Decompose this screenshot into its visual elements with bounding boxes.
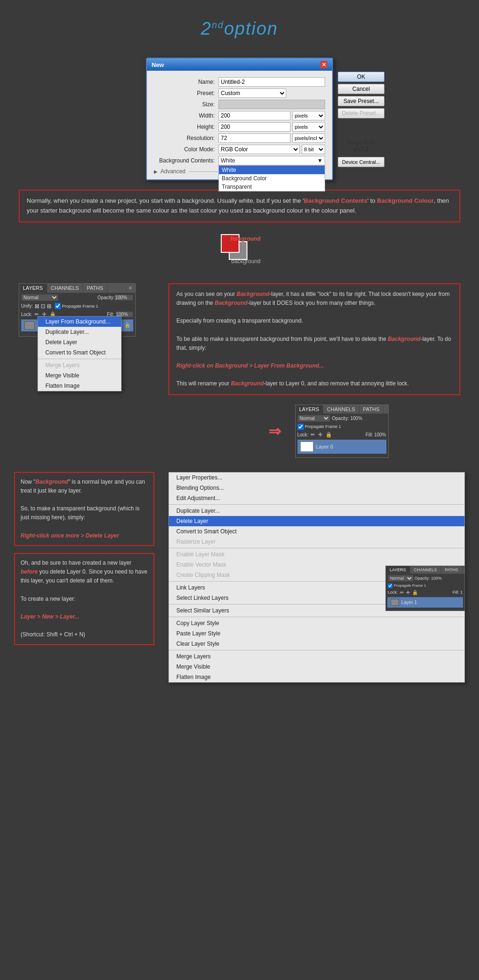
info2-line1: Oh, and be sure to have created a new la… — [21, 559, 148, 586]
layers-main-section: LAYERS CHANNELS PATHS ✕ Normal Opacity: … — [19, 283, 460, 395]
ctx2-blending-options[interactable]: Blending Options... — [169, 483, 464, 493]
lock-icon-c[interactable]: 🔒 — [326, 432, 332, 438]
ctx-delete-layer[interactable]: Delete Layer — [38, 337, 121, 347]
ctx2-duplicate-layer[interactable]: Duplicate Layer... — [169, 506, 464, 516]
color-mode-select[interactable]: RGB Color — [218, 145, 300, 154]
ctx2-paste-layer-style[interactable]: Paste Layer Style — [169, 628, 464, 639]
dialog-title: New — [152, 61, 164, 68]
resolution-unit-select[interactable]: pixels/inch — [292, 133, 325, 143]
ctx-merge-visible[interactable]: Merge Visible — [38, 370, 121, 381]
bg-option-white[interactable]: White — [219, 166, 325, 174]
ctx2-copy-layer-style[interactable]: Copy Layer Style — [169, 618, 464, 628]
blend-select2[interactable]: Normal — [298, 415, 330, 422]
layers-icons-row: Unify: ⊠ ⊡ ⊞ Propagate Frame 1 — [19, 302, 135, 310]
layer1-item[interactable]: Layer 1 — [387, 597, 463, 608]
blend-select3[interactable]: Normal — [388, 575, 414, 582]
layer0-thumbnail — [300, 442, 313, 452]
layers-tab[interactable]: LAYERS — [19, 284, 47, 293]
layers-tab2[interactable]: LAYERS — [296, 405, 324, 413]
width-input[interactable] — [218, 111, 290, 120]
description-box-1: As you can see on your Background-layer,… — [168, 283, 460, 395]
width-row: Width: pixels — [154, 111, 325, 120]
ok-button[interactable]: OK — [338, 72, 385, 82]
unify-icon2[interactable]: ⊡ — [41, 303, 45, 309]
color-mode-row: Color Mode: RGB Color 8 bit — [154, 145, 325, 154]
preset-select[interactable]: Custom — [218, 88, 286, 98]
info2-line2: To create a new layer: — [21, 595, 148, 604]
unify-icon1[interactable]: ⊠ — [35, 303, 39, 309]
propagate-checkbox2[interactable] — [298, 424, 304, 430]
bg-contents-dropdown[interactable]: White ▼ White Background Color Transpare… — [218, 156, 325, 165]
panel3-bottom-spacer — [386, 609, 464, 611]
highlight-bg-colour: Background Colour — [377, 197, 434, 204]
fill-label2: Fill: 100% — [366, 432, 386, 437]
hl-background2: Background — [215, 300, 247, 306]
cancel-button[interactable]: Cancel — [338, 84, 385, 94]
ctx2-delete-layer[interactable]: Delete Layer — [169, 516, 464, 526]
ctx2-edit-adjustment[interactable]: Edit Adjustment... — [169, 493, 464, 503]
fg-bg-icon: foreground background — [218, 232, 261, 269]
propagate-checkbox3[interactable] — [388, 583, 392, 588]
color-mode-label: Color Mode: — [154, 146, 215, 153]
ctx-duplicate-layer[interactable]: Duplicate Layer... — [38, 327, 121, 337]
bg-option-transparent[interactable]: Transparent — [219, 183, 325, 191]
size-row: Size: — [154, 100, 325, 109]
lock-icon-f[interactable]: 🔒 — [412, 590, 418, 595]
ctx2-clear-layer-style[interactable]: Clear Layer Style — [169, 639, 464, 649]
panel-close-icon[interactable]: ✕ — [125, 284, 135, 293]
logo-sup: nd — [212, 20, 224, 30]
bg-contents-selected[interactable]: White ▼ — [218, 156, 325, 165]
lock-row3: Lock: ✏ ✛ 🔒 Fill: 1 — [386, 589, 464, 596]
desc-line4: Right-click on Background > Layer From B… — [176, 361, 452, 370]
blend-mode-select[interactable]: Normal — [21, 294, 58, 301]
delete-preset-button[interactable]: Delete Preset... — [338, 108, 385, 118]
width-input-area: pixels — [218, 111, 325, 120]
height-unit-select[interactable]: pixels — [292, 122, 325, 132]
channels-tab3[interactable]: CHANNELS — [410, 566, 441, 574]
ctx-layer-from-background[interactable]: Layer From Background... — [38, 317, 121, 327]
color-depth-select[interactable]: 8 bit — [302, 145, 325, 154]
dialog-close-button[interactable]: ✕ — [320, 61, 327, 68]
ctx2-layer-properties[interactable]: Layer Properties... — [169, 472, 464, 483]
ctx2-enable-layer-mask: Enable Layer Mask — [169, 549, 464, 560]
ctx2-merge-visible[interactable]: Merge Visible — [169, 662, 464, 672]
lock-icon-b[interactable]: ✛ — [318, 432, 322, 438]
hl-right-click: Right-click on Background > Layer From B… — [176, 362, 324, 369]
opacity-input[interactable] — [115, 295, 133, 301]
ctx2-merge-layers[interactable]: Merge Layers — [169, 651, 464, 662]
lock-icon-e[interactable]: ✛ — [406, 590, 410, 595]
layers-panel3-tabs: LAYERS CHANNELS PATHS — [386, 566, 464, 574]
ctx2-flatten-image[interactable]: Flatten Image — [169, 672, 464, 682]
color-mode-input-area: RGB Color 8 bit — [218, 145, 325, 154]
resolution-label: Resolution: — [154, 135, 215, 141]
channels-tab2[interactable]: CHANNELS — [323, 405, 359, 413]
width-unit-select[interactable]: pixels — [292, 111, 325, 120]
device-central-button[interactable]: Device Central... — [338, 157, 385, 167]
save-preset-button[interactable]: Save Preset... — [338, 96, 385, 106]
layers-panel3: LAYERS CHANNELS PATHS Normal Opacity: 10… — [385, 566, 465, 611]
propagate-checkbox[interactable] — [55, 303, 61, 309]
layer0-item[interactable]: Layer 0 — [298, 440, 386, 454]
unify-icon3[interactable]: ⊞ — [47, 303, 51, 309]
height-input[interactable] — [218, 122, 290, 132]
ctx2-convert-smart-object[interactable]: Convert to Smart Object — [169, 526, 464, 537]
ctx-merge-layers: Merge Layers — [38, 360, 121, 370]
size-input[interactable] — [218, 100, 325, 109]
image-size-value: 117,2 — [338, 146, 385, 153]
lock-icon-d[interactable]: ✏ — [400, 590, 404, 595]
lock-icon-a[interactable]: ✏ — [311, 432, 315, 438]
bg-option-background-color[interactable]: Background Color — [219, 174, 325, 183]
explanation-text-1: Normally, when you create a new project,… — [27, 197, 449, 214]
paths-tab2[interactable]: PATHS — [359, 405, 384, 413]
ctx-convert-smart-object[interactable]: Convert to Smart Object — [38, 347, 121, 358]
ctx-flatten-image[interactable]: Flatten Image — [38, 381, 121, 391]
name-input[interactable] — [218, 77, 325, 87]
channels-tab[interactable]: CHANNELS — [47, 284, 83, 293]
opacity2-label: Opacity: 100% — [332, 416, 363, 421]
paths-tab[interactable]: PATHS — [83, 284, 108, 293]
bottom-right: Layer Properties... Blending Options... … — [168, 472, 465, 683]
layers-tab3[interactable]: LAYERS — [386, 566, 410, 574]
resolution-input[interactable] — [218, 133, 290, 143]
paths-tab3[interactable]: PATHS — [441, 566, 463, 574]
ctx2-sep1 — [169, 504, 464, 505]
